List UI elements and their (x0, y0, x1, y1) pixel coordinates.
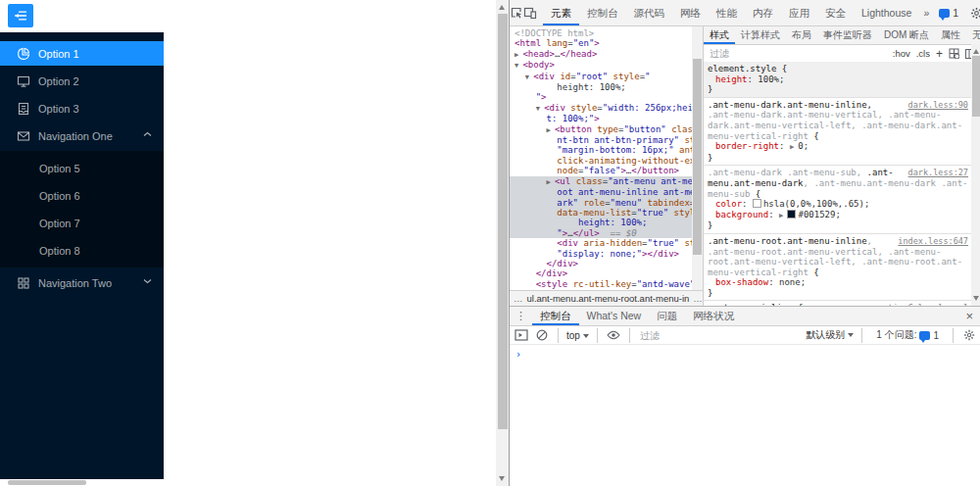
tab-网络[interactable]: 网络 (672, 0, 709, 25)
dom-tree-line[interactable]: node="false">…</button> (514, 166, 692, 175)
sidebar-item-option-7[interactable]: Option 7 (0, 211, 164, 235)
drawer-tab-What's New[interactable]: What's New (579, 307, 650, 325)
dom-tree-line[interactable]: </div> (514, 268, 692, 278)
dom-tree-line[interactable]: "> (514, 92, 692, 102)
color-swatch[interactable] (753, 199, 761, 208)
styles-tab-样式[interactable]: 样式 (704, 26, 735, 44)
sidebar-item-option-3[interactable]: Option 3 (0, 96, 164, 121)
log-levels-selector[interactable]: 默认级别 (806, 328, 854, 342)
dom-tree-line[interactable]: ▶ <head>…</head> (514, 49, 692, 60)
dom-tree-line[interactable]: oot ant-menu-inline ant-menu-d (510, 187, 692, 197)
settings-gear-icon[interactable] (970, 2, 980, 24)
sidebar-item-option-2[interactable]: Option 2 (0, 69, 164, 93)
tab-内存[interactable]: 内存 (745, 0, 781, 25)
css-declaration[interactable]: color: hsla(0,0%,100%,.65); (708, 199, 968, 210)
scroll-up-icon[interactable] (973, 49, 979, 54)
styles-tab-计算样式[interactable]: 计算样式 (735, 26, 786, 44)
styles-filter-input[interactable] (708, 47, 887, 60)
styles-tab-事件监听器[interactable]: 事件监听器 (817, 26, 878, 44)
elements-scrollbar-thumb[interactable] (693, 59, 702, 255)
dom-tree-line[interactable]: height: 100%; (510, 218, 692, 227)
toggle-element-state-button[interactable]: :hov (893, 48, 910, 59)
dom-tree-line[interactable]: … ▶ <ul class="ant-menu ant-menu-r (510, 176, 692, 187)
dom-tree-line[interactable]: ▶ <button type="button" class="a (514, 124, 692, 135)
js-context-selector[interactable]: top (566, 330, 589, 341)
dom-tree-line[interactable]: nt-btn ant-btn-primary" style= (514, 135, 692, 145)
page-vertical-scrollbar-thumb[interactable] (498, 14, 508, 429)
console-prompt[interactable]: › (510, 345, 980, 360)
expand-shorthand-icon[interactable]: ▶ (779, 212, 787, 219)
css-declaration[interactable]: box-shadow: none; (708, 277, 968, 288)
console-issues-button[interactable]: 1 个问题: 1 (870, 328, 945, 342)
sidebar-item-navigation-one[interactable]: Navigation One (0, 123, 164, 148)
elements-scrollbar[interactable] (692, 26, 703, 290)
scroll-down-icon[interactable] (973, 296, 979, 301)
breadcrumb-overflow-left[interactable]: … (514, 293, 523, 304)
sidebar-item-option-6[interactable]: Option 6 (0, 183, 164, 208)
dom-tree-line[interactable]: <!DOCTYPE html> (514, 28, 692, 38)
dom-tree-line[interactable]: ▼ <div style="width: 256px;heigh (514, 103, 692, 114)
more-tabs-button[interactable]: » (919, 7, 933, 19)
new-style-rule-button[interactable]: + (936, 47, 943, 61)
console-filter-input[interactable] (638, 329, 801, 342)
styles-tab-无障碍功能[interactable]: 无障碍功能 (966, 26, 980, 44)
styles-scrollbar[interactable] (971, 44, 980, 306)
color-swatch[interactable] (787, 210, 796, 219)
dom-tree-line[interactable]: ark" role="menu" tabindex="0" (510, 198, 692, 208)
css-declaration[interactable]: height: 100%; (708, 74, 968, 85)
dom-tree-line[interactable]: <style rc-util-key="antd-wave"> (514, 279, 692, 289)
console-sidebar-icon[interactable] (514, 327, 529, 343)
dom-tree-line[interactable]: height: 100%; (514, 82, 692, 92)
drawer-tab-网络状况[interactable]: 网络状况 (685, 307, 742, 325)
issues-counter-button[interactable]: 1 (933, 7, 964, 19)
tab-性能[interactable]: 性能 (709, 0, 745, 25)
drawer-menu-icon[interactable]: ⋮ (510, 310, 532, 322)
sidebar-collapse-button[interactable] (8, 4, 33, 27)
element-classes-button[interactable]: .cls (916, 48, 930, 59)
scroll-up-icon[interactable] (499, 5, 505, 10)
grid-overlay-icon[interactable] (949, 48, 959, 59)
sidebar-item-option-1[interactable]: Option 1 (0, 41, 164, 66)
page-vertical-scrollbar[interactable] (496, 0, 509, 486)
clear-console-icon[interactable] (534, 327, 550, 343)
dom-tree-line[interactable]: ">…</ul> == $0 (510, 228, 692, 238)
tab-安全[interactable]: 安全 (817, 0, 854, 25)
stylesheet-source-link[interactable]: dark.less:90 (908, 100, 968, 111)
page-horizontal-scrollbar-thumb[interactable] (8, 480, 86, 485)
stylesheet-source-link[interactable]: dark.less:27 (908, 168, 968, 178)
dom-tree-line[interactable]: "display: none;"></div> (514, 249, 692, 259)
sidebar-item-navigation-two[interactable]: Navigation Two (0, 270, 164, 295)
rule-selector[interactable]: element.style { (708, 64, 968, 74)
dom-tree-line[interactable]: click-animating-without-extra- (514, 156, 692, 166)
tab-Lighthouse[interactable]: Lighthouse (854, 0, 919, 25)
live-expression-eye-icon[interactable] (606, 327, 621, 343)
console-settings-gear-icon[interactable] (961, 327, 977, 343)
styles-tab-属性[interactable]: 属性 (935, 26, 966, 44)
close-drawer-icon[interactable]: × (957, 309, 980, 323)
tab-应用[interactable]: 应用 (781, 0, 817, 25)
drawer-tab-控制台[interactable]: 控制台 (532, 307, 579, 325)
dom-tree-line[interactable]: <html lang="en"> (514, 38, 692, 48)
sidebar-item-option-8[interactable]: Option 8 (0, 238, 164, 263)
drawer-tab-问题[interactable]: 问题 (649, 307, 685, 325)
dom-tree-line[interactable]: </div> (514, 259, 692, 268)
css-declaration[interactable]: background: ▶ #001529; (708, 210, 968, 221)
stylesheet-source-link[interactable]: index.less:647 (898, 236, 968, 247)
styles-scrollbar-thumb[interactable] (972, 56, 980, 117)
dom-tree-line[interactable]: <div aria-hidden="true" style= (514, 238, 692, 248)
dom-tree-line[interactable]: data-menu-list="true" style=" (510, 208, 692, 218)
dom-tree-line[interactable]: ▼ <body> (514, 60, 692, 71)
styles-tab-DOM 断点[interactable]: DOM 断点 (878, 26, 935, 44)
inspect-element-icon[interactable] (510, 2, 523, 24)
scroll-down-icon[interactable] (499, 476, 505, 481)
styles-tab-布局[interactable]: 布局 (786, 26, 817, 44)
css-declaration[interactable]: border-right: ▶ 0; (708, 141, 968, 153)
dom-tree-line[interactable]: ▼ <div id="root" style=" (514, 72, 692, 82)
breadcrumb-overflow-right[interactable]: … (693, 293, 703, 304)
tab-源代码[interactable]: 源代码 (626, 0, 673, 25)
device-toolbar-icon[interactable] (523, 2, 537, 24)
sidebar-item-option-5[interactable]: Option 5 (0, 156, 164, 180)
dom-tree-line[interactable]: t: 100%;"> (514, 114, 692, 123)
dom-tree-line[interactable]: "margin-bottom: 16px;" ant- (514, 145, 692, 155)
tab-元素[interactable]: 元素 (543, 0, 579, 25)
